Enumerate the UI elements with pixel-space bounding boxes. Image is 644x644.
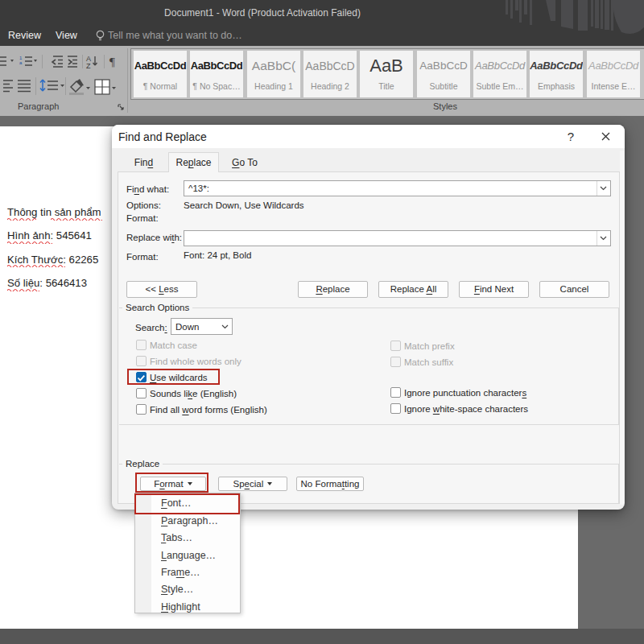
svg-text:¶: ¶	[109, 56, 115, 68]
svg-text:Z: Z	[86, 62, 91, 70]
svg-text:a: a	[19, 60, 23, 65]
